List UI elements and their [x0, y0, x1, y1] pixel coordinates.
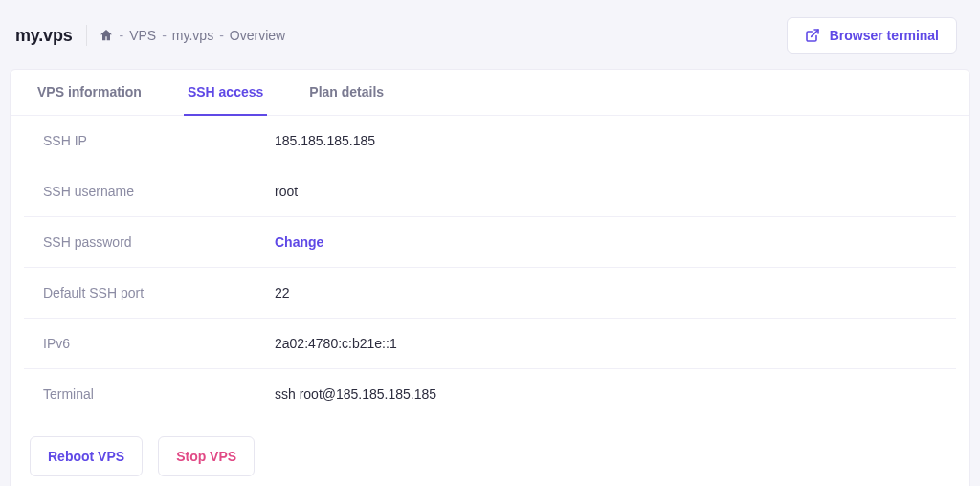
row-value: ssh root@185.185.185.185	[275, 387, 436, 402]
row-label: Default SSH port	[43, 285, 275, 300]
row-value: 185.185.185.185	[275, 133, 375, 148]
change-password-link[interactable]: Change	[275, 234, 323, 250]
tabs: VPS information SSH access Plan details	[11, 70, 969, 116]
tab-plan-details[interactable]: Plan details	[305, 70, 388, 116]
stop-vps-button[interactable]: Stop VPS	[158, 436, 255, 476]
row-ssh-port: Default SSH port 22	[24, 268, 956, 319]
breadcrumb: - VPS - my.vps - Overview	[99, 28, 286, 43]
row-ssh-password: SSH password Change	[24, 217, 956, 268]
tab-vps-information[interactable]: VPS information	[33, 70, 145, 116]
row-label: SSH username	[43, 184, 275, 199]
browser-terminal-button[interactable]: Browser terminal	[787, 17, 957, 54]
breadcrumb-sep: -	[120, 28, 124, 43]
svg-line-0	[811, 30, 817, 36]
breadcrumb-item[interactable]: my.vps	[172, 28, 213, 43]
row-label: SSH password	[43, 234, 275, 250]
row-label: SSH IP	[43, 133, 275, 148]
row-label: IPv6	[43, 336, 275, 351]
breadcrumb-item[interactable]: VPS	[129, 28, 156, 43]
row-label: Terminal	[43, 387, 275, 402]
row-value: 22	[275, 285, 290, 300]
action-bar: Reboot VPS Stop VPS	[11, 419, 969, 486]
row-ipv6: IPv6 2a02:4780:c:b21e::1	[24, 319, 956, 369]
breadcrumb-item[interactable]: Overview	[230, 28, 285, 43]
row-value: 2a02:4780:c:b21e::1	[275, 336, 397, 351]
hostname-title: my.vps	[15, 26, 86, 46]
main-panel: VPS information SSH access Plan details …	[10, 69, 970, 486]
row-terminal: Terminal ssh root@185.185.185.185	[24, 369, 956, 419]
breadcrumb-sep: -	[219, 28, 224, 43]
header-left: my.vps - VPS - my.vps - Overview	[15, 25, 285, 46]
reboot-vps-button[interactable]: Reboot VPS	[30, 436, 143, 476]
header-divider	[86, 25, 87, 46]
details-rows: SSH IP 185.185.185.185 SSH username root…	[11, 116, 969, 419]
external-link-icon	[805, 28, 820, 43]
home-icon[interactable]	[99, 28, 114, 43]
tab-ssh-access[interactable]: SSH access	[184, 70, 267, 116]
row-value: root	[275, 184, 298, 199]
breadcrumb-sep: -	[162, 28, 167, 43]
row-ssh-ip: SSH IP 185.185.185.185	[24, 116, 956, 166]
browser-terminal-label: Browser terminal	[830, 28, 939, 43]
row-ssh-username: SSH username root	[24, 166, 956, 217]
page-header: my.vps - VPS - my.vps - Overview Browser…	[0, 0, 980, 69]
